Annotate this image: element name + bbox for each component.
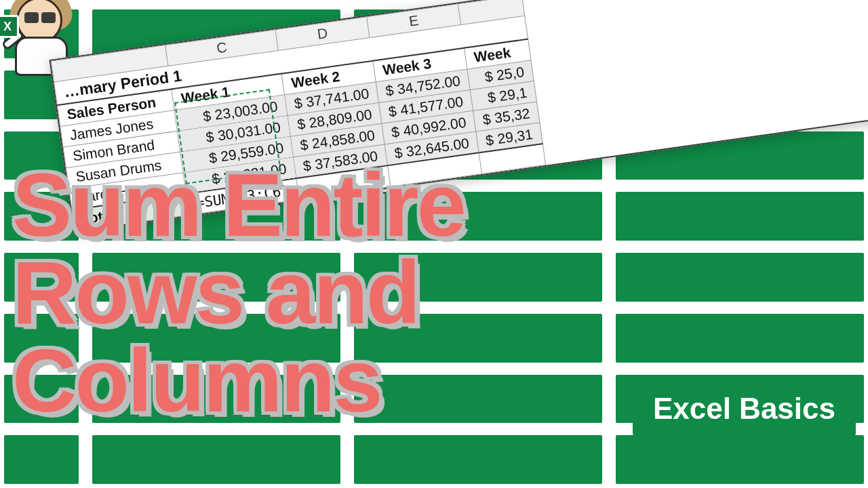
thumbnail-title: Sum Entire Rows and Columns [12, 161, 465, 424]
title-line: Columns [12, 337, 465, 424]
series-badge: Excel Basics [633, 382, 856, 435]
excel-logo-icon: X [0, 15, 19, 38]
title-line: Rows and [12, 249, 465, 336]
title-line: Sum Entire [12, 161, 465, 249]
